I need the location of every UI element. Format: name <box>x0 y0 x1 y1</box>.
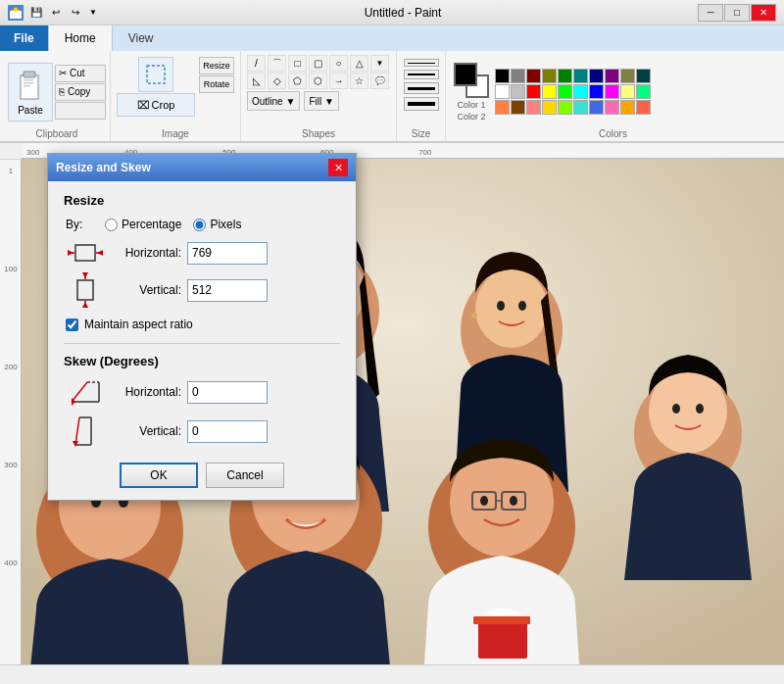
color-palette-cell[interactable] <box>605 100 619 115</box>
redo-qat-button[interactable]: ↪ <box>67 4 84 22</box>
color-palette-cell[interactable] <box>589 84 604 99</box>
color-palette-cell[interactable] <box>589 100 604 115</box>
skew-vertical-input[interactable] <box>187 420 268 443</box>
app-icon <box>8 5 24 21</box>
color-palette-cell[interactable] <box>605 69 619 83</box>
shape-diamond[interactable]: ◇ <box>268 73 286 89</box>
color-palette-cell[interactable] <box>636 84 651 99</box>
outline-button[interactable]: Outline ▼ <box>247 91 300 111</box>
qat-customize-button[interactable]: ▼ <box>86 4 100 22</box>
shape-more[interactable]: ▼ <box>370 55 389 72</box>
color-palette-cell[interactable] <box>495 69 510 83</box>
color-palette-cell[interactable] <box>558 100 572 115</box>
rotate-button[interactable]: Rotate <box>199 75 234 93</box>
shape-rect[interactable]: □ <box>288 55 307 72</box>
cut-button[interactable]: ✂ Cut <box>55 65 106 82</box>
tab-home[interactable]: Home <box>49 25 113 51</box>
color-palette-cell[interactable] <box>573 69 588 83</box>
pixels-option[interactable]: Pixels <box>193 218 241 231</box>
undo-qat-button[interactable]: ↩ <box>47 4 65 22</box>
skew-horizontal-input[interactable] <box>187 381 268 404</box>
line-size-1[interactable] <box>404 59 439 67</box>
color-palette-cell[interactable] <box>589 69 604 83</box>
svg-rect-6 <box>24 82 33 84</box>
select-button[interactable] <box>138 57 173 92</box>
color-palette-cell[interactable] <box>495 100 510 115</box>
tab-file[interactable]: File <box>0 25 49 51</box>
svg-rect-4 <box>24 72 35 77</box>
color-palette-cell[interactable] <box>526 69 541 83</box>
shape-arrow[interactable]: → <box>329 73 348 89</box>
color-palette-cell[interactable] <box>636 100 651 115</box>
paste-small-button[interactable] <box>55 102 106 120</box>
color-palette-cell[interactable] <box>495 84 510 99</box>
dialog-close-button[interactable]: ✕ <box>328 159 348 176</box>
svg-point-57 <box>696 404 704 414</box>
svg-rect-7 <box>24 85 30 87</box>
color-palette-cell[interactable] <box>636 69 651 83</box>
resize-skew-dialog: Resize and Skew ✕ Resize By: Percentage … <box>47 153 357 501</box>
pixels-radio[interactable] <box>193 219 206 231</box>
color-palette-cell[interactable] <box>620 84 635 99</box>
color-palette-cell[interactable] <box>558 84 572 99</box>
shape-tri[interactable]: △ <box>350 55 368 72</box>
select-icon <box>145 64 167 85</box>
horizontal-input[interactable] <box>187 242 268 265</box>
horizontal-resize-row: Horizontal: <box>64 241 340 265</box>
close-button[interactable]: ✕ <box>751 4 776 22</box>
color-palette-cell[interactable] <box>542 100 557 115</box>
paste-button[interactable]: Paste <box>8 63 53 122</box>
color-palette-cell[interactable] <box>511 84 525 99</box>
save-qat-button[interactable]: 💾 <box>27 4 45 22</box>
shape-pent[interactable]: ⬠ <box>288 73 307 89</box>
color-palette-cell[interactable] <box>526 100 541 115</box>
maximize-button[interactable]: □ <box>724 4 750 22</box>
crop-button[interactable]: ⌧ Crop <box>117 93 195 117</box>
vertical-input[interactable] <box>187 279 268 302</box>
minimize-button[interactable]: ─ <box>698 4 723 22</box>
svg-point-33 <box>475 269 548 348</box>
color-palette-cell[interactable] <box>558 69 572 83</box>
shape-hex[interactable]: ⬡ <box>309 73 327 89</box>
percentage-radio[interactable] <box>105 219 118 231</box>
color-palette-cell[interactable] <box>573 100 588 115</box>
shape-star[interactable]: ☆ <box>350 73 368 89</box>
cancel-button[interactable]: Cancel <box>206 463 284 488</box>
svg-rect-1 <box>10 11 22 19</box>
shape-round-rect[interactable]: ▢ <box>309 55 327 72</box>
shape-line[interactable]: / <box>247 55 266 72</box>
color-palette-cell[interactable] <box>605 84 619 99</box>
shapes-group: / ⌒ □ ▢ ○ △ ▼ ◺ ◇ ⬠ ⬡ → ☆ 💬 Outline ▼ Fi… <box>241 51 397 141</box>
resize-button[interactable]: Resize <box>199 57 234 74</box>
tab-view[interactable]: View <box>113 25 170 51</box>
resize-section-label: Resize <box>64 193 340 208</box>
maintain-aspect-checkbox-row[interactable]: Maintain aspect ratio <box>64 318 340 331</box>
vertical-label: Vertical: <box>107 283 187 297</box>
svg-rect-5 <box>24 79 33 81</box>
color-palette-cell[interactable] <box>620 100 635 115</box>
shape-ellipse[interactable]: ○ <box>329 55 348 72</box>
fill-button[interactable]: Fill ▼ <box>304 91 338 111</box>
copy-button[interactable]: ⎘ Copy <box>55 83 106 101</box>
line-size-4[interactable] <box>404 97 439 111</box>
color-palette-cell[interactable] <box>526 84 541 99</box>
shape-right-tri[interactable]: ◺ <box>247 73 266 89</box>
skew-v-icon <box>64 414 107 449</box>
color-palette-cell[interactable] <box>542 84 557 99</box>
color-palette-cell[interactable] <box>620 69 635 83</box>
svg-point-56 <box>672 404 680 414</box>
ok-button[interactable]: OK <box>120 463 198 488</box>
color-palette-cell[interactable] <box>511 69 525 83</box>
percentage-option[interactable]: Percentage <box>105 218 181 231</box>
color-palette-cell[interactable] <box>511 100 525 115</box>
color1-swatch[interactable] <box>454 63 477 86</box>
svg-text:1: 1 <box>9 167 14 175</box>
svg-text:100: 100 <box>4 265 18 273</box>
shape-curve[interactable]: ⌒ <box>268 55 286 72</box>
line-size-2[interactable] <box>404 70 439 79</box>
color-palette-cell[interactable] <box>573 84 588 99</box>
line-size-3[interactable] <box>404 82 439 94</box>
color-palette-cell[interactable] <box>542 69 557 83</box>
maintain-aspect-checkbox[interactable] <box>66 318 78 331</box>
shape-callout[interactable]: 💬 <box>370 73 389 89</box>
